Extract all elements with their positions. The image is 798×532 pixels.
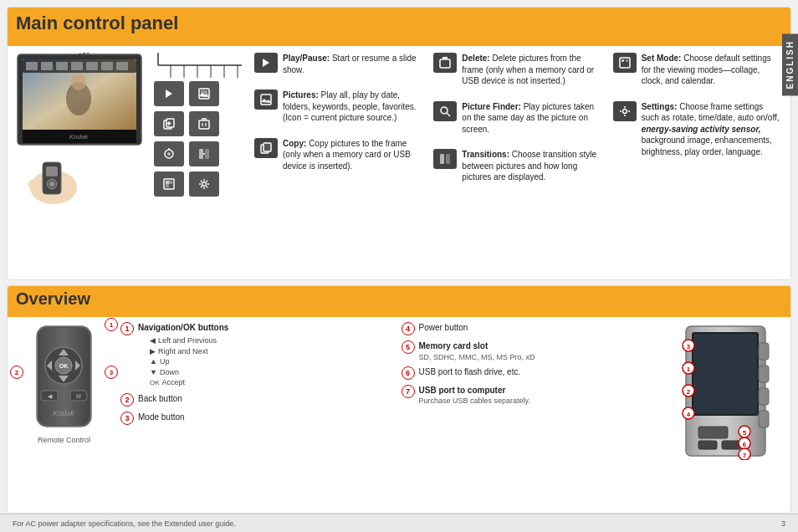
svg-rect-85 xyxy=(693,334,757,414)
nav-left: ◀ Left and Previous xyxy=(150,335,228,346)
svg-rect-18 xyxy=(46,166,58,176)
svg-rect-52 xyxy=(166,184,169,187)
overview-item-6: 6 USB port to flash drive, etc. xyxy=(402,366,674,380)
svg-point-4 xyxy=(71,74,86,90)
svg-rect-92 xyxy=(722,441,740,449)
feature-pictures-text: Pictures: Play all, play by date, folder… xyxy=(283,90,423,124)
remote-annotation-2: 2 xyxy=(10,366,23,379)
hand-illustration xyxy=(16,154,87,208)
nav-buttons-label: Navigation/OK buttons xyxy=(138,322,228,334)
feature-pictures: Pictures: Play all, play by date, folder… xyxy=(254,90,423,124)
frame-display: Kodak xyxy=(16,53,146,210)
setmode-icon xyxy=(154,171,184,197)
ok-label: OK xyxy=(150,378,160,387)
svg-text:3: 3 xyxy=(687,343,691,350)
device-side-svg: 3 1 2 4 xyxy=(682,322,782,460)
feature-finder-text: Picture Finder: Play pictures taken on t… xyxy=(462,101,602,136)
remote-wrapper: 1 2 3 xyxy=(28,322,100,432)
feature-transitions-icon xyxy=(433,149,457,169)
num-circle-2: 2 xyxy=(120,393,134,407)
control-panel-section: Main control panel xyxy=(7,7,791,280)
num-circle-4: 4 xyxy=(402,322,415,335)
svg-rect-9 xyxy=(71,62,83,70)
remote-annotation-1: 1 xyxy=(105,318,118,331)
svg-rect-47 xyxy=(205,149,209,159)
svg-text:6: 6 xyxy=(743,441,747,448)
feature-play-text: Play/Pause: Start or resume a slide show… xyxy=(283,53,423,75)
remote-label: Remote Control xyxy=(38,436,90,444)
feature-settings-label: Settings: xyxy=(642,102,678,111)
svg-rect-89 xyxy=(759,411,769,427)
arrow-right: ▶ xyxy=(150,346,156,357)
settings-icon xyxy=(189,171,219,197)
overview-item-3-text: Mode button xyxy=(138,412,185,423)
page-wrapper: ENGLISH Main control panel xyxy=(0,0,798,532)
overview-item-7-label: USB port to computer xyxy=(419,385,530,396)
nav-up-text: Up xyxy=(160,356,170,367)
feature-settings-icon xyxy=(613,101,637,121)
svg-point-61 xyxy=(441,107,448,114)
svg-point-68 xyxy=(622,109,627,113)
svg-rect-12 xyxy=(116,62,128,70)
svg-text:1: 1 xyxy=(687,366,691,373)
svg-text:Kodak: Kodak xyxy=(69,133,90,141)
overview-item-1-content: Navigation/OK buttons ◀ Left and Previou… xyxy=(138,322,228,387)
num-circle-3: 3 xyxy=(120,412,134,425)
feature-pictures-icon xyxy=(254,90,278,110)
svg-rect-90 xyxy=(698,427,728,438)
feature-delete-text: Delete: Delete pictures from the frame (… xyxy=(462,53,602,87)
feature-setmode-label: Set Mode: xyxy=(642,54,682,63)
delete-icon xyxy=(189,111,219,136)
overview-item-7-sub: Purchase USB cables separately. xyxy=(419,396,530,405)
feature-finder-icon xyxy=(433,101,457,121)
nav-left-text: Left and Previous xyxy=(158,335,217,346)
svg-rect-46 xyxy=(199,149,203,159)
svg-rect-55 xyxy=(261,95,271,105)
svg-text:7: 7 xyxy=(743,452,747,459)
features-col1: Play/Pause: Start or resume a slide show… xyxy=(254,53,423,183)
feature-delete-label: Delete: xyxy=(462,54,489,63)
overview-item-6-text: USB port to flash drive, etc. xyxy=(419,366,521,378)
svg-point-20 xyxy=(50,182,54,187)
feature-settings: Settings: Choose frame settings such as … xyxy=(613,101,782,158)
arrow-down: ▼ xyxy=(150,367,157,378)
arrow-left: ◀ xyxy=(150,335,156,346)
feature-copy: Copy: Copy pictures to the frame (only w… xyxy=(254,138,423,172)
nav-ok: OK Accept xyxy=(150,377,228,388)
connection-lines xyxy=(154,53,246,78)
svg-marker-56 xyxy=(261,99,271,103)
overview-item-1: 1 Navigation/OK buttons ◀ Left and Previ… xyxy=(120,322,393,387)
svg-rect-58 xyxy=(263,143,271,151)
svg-text:OK: OK xyxy=(59,363,69,369)
features-col2: Delete: Delete pictures from the frame (… xyxy=(433,53,602,183)
svg-rect-7 xyxy=(41,62,53,70)
device-side: 3 1 2 4 xyxy=(682,322,782,462)
icon-row-area xyxy=(154,53,246,203)
svg-rect-59 xyxy=(440,59,450,68)
svg-text:4: 4 xyxy=(687,411,691,418)
svg-rect-87 xyxy=(759,366,769,382)
nav-right-text: Right and Next xyxy=(158,346,208,357)
pictures-icon xyxy=(189,81,219,106)
features-grid: Play/Pause: Start or resume a slide show… xyxy=(254,53,782,183)
svg-point-44 xyxy=(167,152,171,156)
feature-finder: Picture Finder: Play pictures taken on t… xyxy=(433,101,602,136)
remote-area: 1 2 3 xyxy=(16,322,112,444)
control-panel-title: Main control panel xyxy=(16,13,178,34)
overview-right-items: 4 Power button 5 Memory card slot SD, SD… xyxy=(402,322,674,405)
num-circle-5: 5 xyxy=(402,340,415,354)
nav-down: ▼ Down xyxy=(150,367,228,378)
feature-play-label: Play/Pause: xyxy=(283,54,330,63)
svg-rect-88 xyxy=(759,388,769,405)
page-number: 3 xyxy=(781,519,785,528)
svg-point-53 xyxy=(202,182,207,187)
feature-copy-label: Copy: xyxy=(283,139,306,148)
svg-marker-54 xyxy=(263,59,269,67)
feature-delete-icon xyxy=(433,53,457,73)
play-icon xyxy=(154,81,184,106)
feature-delete: Delete: Delete pictures from the frame (… xyxy=(433,53,602,87)
overview-body: 1 2 3 xyxy=(16,322,782,462)
frame-illustration: Kodak xyxy=(16,53,146,149)
nav-up: ▲ Up xyxy=(150,356,228,367)
overview-item-3: 3 Mode button xyxy=(120,412,393,425)
